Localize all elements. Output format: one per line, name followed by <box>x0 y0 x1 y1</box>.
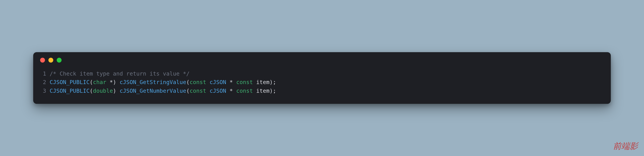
code-token: cJSON_GetStringValue <box>120 79 186 85</box>
code-area[interactable]: 1/* Check item type and return its value… <box>33 66 611 104</box>
code-token: ( <box>186 88 190 94</box>
code-token: ); <box>270 88 276 94</box>
line-number: 3 <box>40 87 50 95</box>
code-token: ( <box>90 88 93 94</box>
code-token: cJSON_GetNumberValue <box>120 88 186 94</box>
code-token: * <box>106 79 113 85</box>
code-token <box>206 79 210 85</box>
code-token: cJSON <box>210 79 226 85</box>
code-token: char <box>93 79 106 85</box>
code-token: ); <box>270 79 276 85</box>
code-token <box>206 88 210 94</box>
code-token: const <box>190 79 206 85</box>
code-token: item <box>253 79 270 85</box>
code-line: 1/* Check item type and return its value… <box>40 70 604 78</box>
line-content: CJSON_PUBLIC(char *) cJSON_GetStringValu… <box>50 78 276 87</box>
window-titlebar <box>33 52 611 66</box>
code-line: 2CJSON_PUBLIC(char *) cJSON_GetStringVal… <box>40 78 604 87</box>
code-token: /* Check item type and return its value … <box>50 70 190 77</box>
line-content: /* Check item type and return its value … <box>50 70 190 78</box>
code-token: cJSON <box>210 88 226 94</box>
minimize-icon[interactable] <box>48 58 53 63</box>
code-token: ) <box>113 79 120 85</box>
code-token: * <box>226 88 236 94</box>
watermark-text: 前端影 <box>613 140 638 152</box>
line-number: 1 <box>40 70 50 78</box>
code-token: const <box>236 88 253 94</box>
code-token: const <box>190 88 206 94</box>
code-token: const <box>236 79 253 85</box>
code-token: ( <box>90 79 93 85</box>
code-window: 1/* Check item type and return its value… <box>33 52 611 104</box>
line-content: CJSON_PUBLIC(double) cJSON_GetNumberValu… <box>50 87 276 95</box>
code-token: * <box>226 79 236 85</box>
code-token: CJSON_PUBLIC <box>50 88 90 94</box>
code-token: CJSON_PUBLIC <box>50 79 90 85</box>
code-token: ( <box>186 79 190 85</box>
code-line: 3CJSON_PUBLIC(double) cJSON_GetNumberVal… <box>40 87 604 95</box>
code-token: double <box>93 88 113 94</box>
code-token: ) <box>113 88 120 94</box>
code-token: item <box>253 88 270 94</box>
close-icon[interactable] <box>40 58 45 63</box>
line-number: 2 <box>40 78 50 87</box>
zoom-icon[interactable] <box>57 58 62 63</box>
